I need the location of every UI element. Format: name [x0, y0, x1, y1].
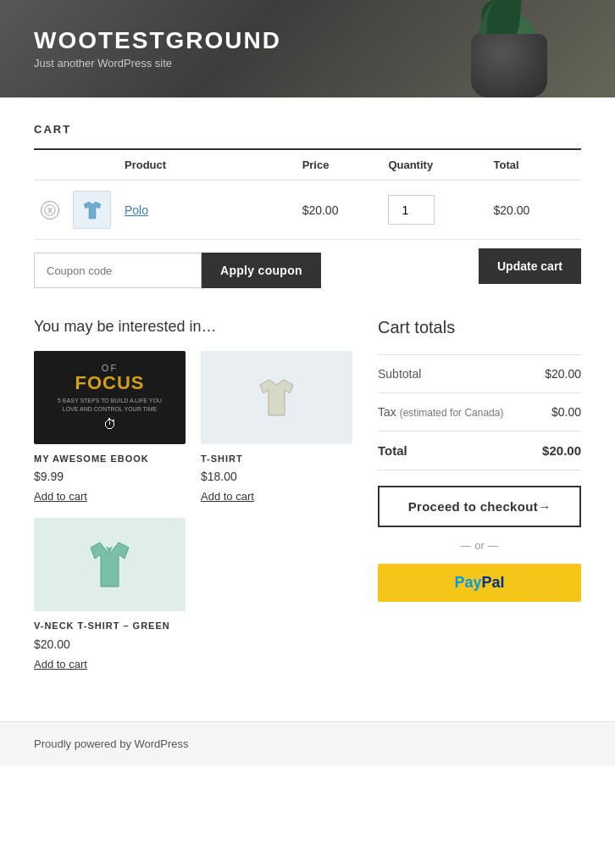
header-plant-decoration: [429, 0, 564, 97]
add-ebook-to-cart[interactable]: Add to cart: [34, 490, 87, 503]
total-row: Total $20.00: [378, 431, 581, 470]
product-total: $20.00: [487, 181, 581, 240]
or-divider: or: [378, 539, 581, 552]
total-label: Total: [378, 443, 407, 458]
col-header-price: Price: [296, 149, 382, 181]
products-grid: OF FOCUS 5 EASY STEPS TO BUILD A LIFE YO…: [34, 351, 352, 670]
cart-totals-section: Cart totals Subtotal $20.00 Tax (estimat…: [378, 318, 581, 602]
footer-text: Proudly powered by WordPress: [34, 737, 189, 750]
tax-row: Tax (estimated for Canada) $0.00: [378, 392, 581, 431]
quantity-input[interactable]: [388, 195, 435, 225]
product-card-tshirt: T-SHIRT $18.00 Add to cart: [201, 351, 352, 503]
main-content: CART Product Price Quantity Total ⓧ: [0, 97, 615, 721]
site-title: WOOTESTGROUND: [34, 28, 281, 54]
coupon-row: Apply coupon: [34, 253, 321, 288]
add-tshirt-to-cart[interactable]: Add to cart: [201, 490, 254, 503]
ebook-price: $9.99: [34, 470, 186, 483]
tshirt-image: [201, 351, 352, 444]
paypal-button[interactable]: PayPal: [378, 564, 581, 602]
total-value: $20.00: [542, 443, 581, 458]
subtotal-row: Subtotal $20.00: [378, 354, 581, 392]
related-products-section: You may be interested in… OF FOCUS 5 EAS…: [34, 318, 352, 670]
cart-table: Product Price Quantity Total ⓧ: [34, 148, 581, 240]
ebook-icon: ⏱: [103, 417, 117, 432]
ebook-focus-text: FOCUS: [75, 373, 145, 393]
col-header-total: Total: [487, 149, 581, 181]
two-column-section: You may be interested in… OF FOCUS 5 EAS…: [34, 318, 581, 670]
ebook-image: OF FOCUS 5 EASY STEPS TO BUILD A LIFE YO…: [34, 351, 186, 444]
product-thumbnail: [73, 191, 111, 229]
vneck-title: V-NECK T-SHIRT – GREEN: [34, 620, 186, 632]
tshirt-price: $18.00: [201, 470, 352, 483]
proceed-to-checkout-button[interactable]: Proceed to checkout→: [378, 486, 581, 527]
tax-label: Tax (estimated for Canada): [378, 405, 503, 419]
tax-sublabel: (estimated for Canada): [400, 407, 504, 419]
paypal-icon: PayPal: [454, 574, 504, 592]
table-row: ⓧ Polo $20.00 $20.00: [34, 181, 581, 240]
tshirt-title: T-SHIRT: [201, 453, 352, 465]
tax-value: $0.00: [551, 405, 581, 419]
vneck-image: [34, 518, 186, 611]
site-tagline: Just another WordPress site: [34, 57, 281, 70]
remove-item-button[interactable]: ⓧ: [41, 201, 59, 220]
related-title: You may be interested in…: [34, 318, 352, 336]
update-cart-button[interactable]: Update cart: [479, 248, 581, 284]
coupon-input[interactable]: [34, 253, 202, 288]
col-header-quantity: Quantity: [381, 149, 486, 181]
product-name-link[interactable]: Polo: [125, 203, 148, 217]
apply-coupon-button[interactable]: Apply coupon: [202, 253, 321, 288]
subtotal-label: Subtotal: [378, 367, 421, 381]
ebook-tagline-text: 5 EASY STEPS TO BUILD A LIFE YOULOVE AND…: [58, 397, 162, 414]
cart-totals-title: Cart totals: [378, 318, 581, 337]
site-header: WOOTESTGROUND Just another WordPress sit…: [0, 0, 615, 97]
add-vneck-to-cart[interactable]: Add to cart: [34, 658, 87, 670]
product-card-ebook: OF FOCUS 5 EASY STEPS TO BUILD A LIFE YO…: [34, 351, 186, 503]
cart-actions: Apply coupon Update cart: [34, 240, 581, 292]
product-price: $20.00: [296, 181, 382, 240]
totals-table: Subtotal $20.00 Tax (estimated for Canad…: [378, 354, 581, 470]
cart-heading: CART: [34, 123, 581, 136]
ebook-title: MY AWESOME EBOOK: [34, 453, 186, 465]
vneck-price: $20.00: [34, 637, 186, 651]
site-footer: Proudly powered by WordPress: [0, 721, 615, 765]
col-header-product: Product: [118, 149, 296, 181]
product-card-vneck: V-NECK T-SHIRT – GREEN $20.00 Add to car…: [34, 518, 186, 670]
subtotal-value: $20.00: [545, 367, 581, 381]
